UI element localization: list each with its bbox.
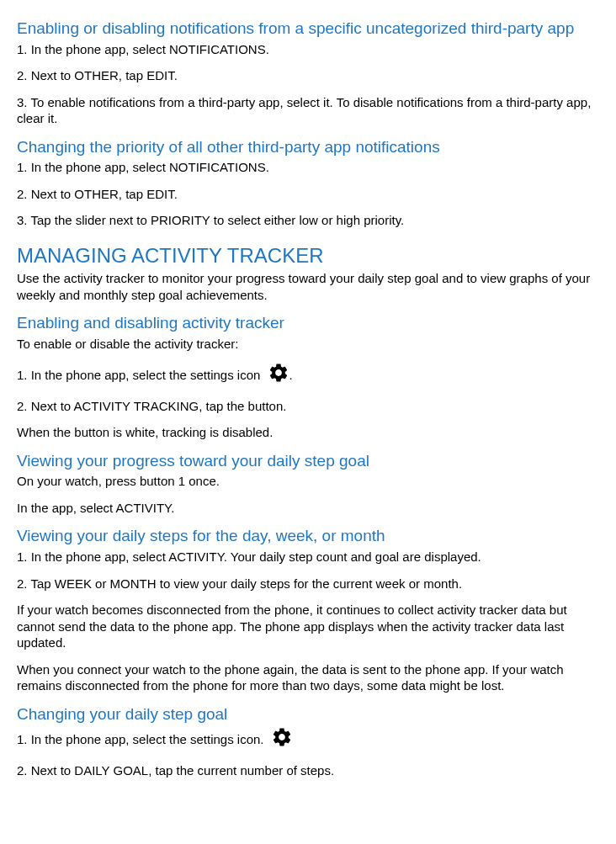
heading-enable-disable-tracker: Enabling and disabling activity tracker bbox=[17, 313, 599, 334]
gear-icon bbox=[268, 362, 289, 388]
step-text: 1. In the phone app, select ACTIVITY. Yo… bbox=[17, 549, 599, 565]
step-text: 2. Next to DAILY GOAL, tap the current n… bbox=[17, 762, 599, 779]
step-text: 1. In the phone app, select the settings… bbox=[17, 362, 599, 388]
body-text: If your watch becomes disconnected from … bbox=[17, 602, 599, 651]
heading-enable-disable-notifications: Enabling or disabling notifications from… bbox=[17, 19, 599, 40]
step-text: 3. To enable notifications from a third-… bbox=[17, 94, 599, 127]
body-text: Use the activity tracker to monitor your… bbox=[17, 270, 599, 303]
heading-managing-activity-tracker: MANAGING ACTIVITY TRACKER bbox=[17, 242, 599, 268]
step-text: 1. In the phone app, select the settings… bbox=[17, 726, 599, 752]
step-text: 2. Next to ACTIVITY TRACKING, tap the bu… bbox=[17, 398, 599, 415]
step-text: 1. In the phone app, select NOTIFICATION… bbox=[17, 159, 599, 176]
step-text: 3. Tap the slider next to PRIORITY to se… bbox=[17, 212, 599, 229]
heading-view-progress: Viewing your progress toward your daily … bbox=[17, 451, 599, 472]
step-text: 1. In the phone app, select NOTIFICATION… bbox=[17, 41, 599, 58]
body-text: In the app, select ACTIVITY. bbox=[17, 500, 599, 517]
step-text: 2. Next to OTHER, tap EDIT. bbox=[17, 67, 599, 84]
body-text: When you connect your watch to the phone… bbox=[17, 661, 599, 694]
heading-view-daily-steps: Viewing your daily steps for the day, we… bbox=[17, 526, 599, 547]
body-text: To enable or disable the activity tracke… bbox=[17, 336, 599, 353]
body-text: On your watch, press button 1 once. bbox=[17, 473, 599, 490]
step-text-suffix: . bbox=[289, 368, 293, 382]
step-text: 2. Next to OTHER, tap EDIT. bbox=[17, 186, 599, 203]
heading-change-step-goal: Changing your daily step goal bbox=[17, 704, 599, 725]
step-text-prefix: 1. In the phone app, select the settings… bbox=[17, 732, 268, 746]
gear-icon bbox=[271, 726, 293, 752]
heading-change-priority: Changing the priority of all other third… bbox=[17, 137, 599, 158]
step-text-prefix: 1. In the phone app, select the settings… bbox=[17, 368, 264, 382]
body-text: When the button is white, tracking is di… bbox=[17, 424, 599, 441]
step-text: 2. Tap WEEK or MONTH to view your daily … bbox=[17, 576, 599, 592]
